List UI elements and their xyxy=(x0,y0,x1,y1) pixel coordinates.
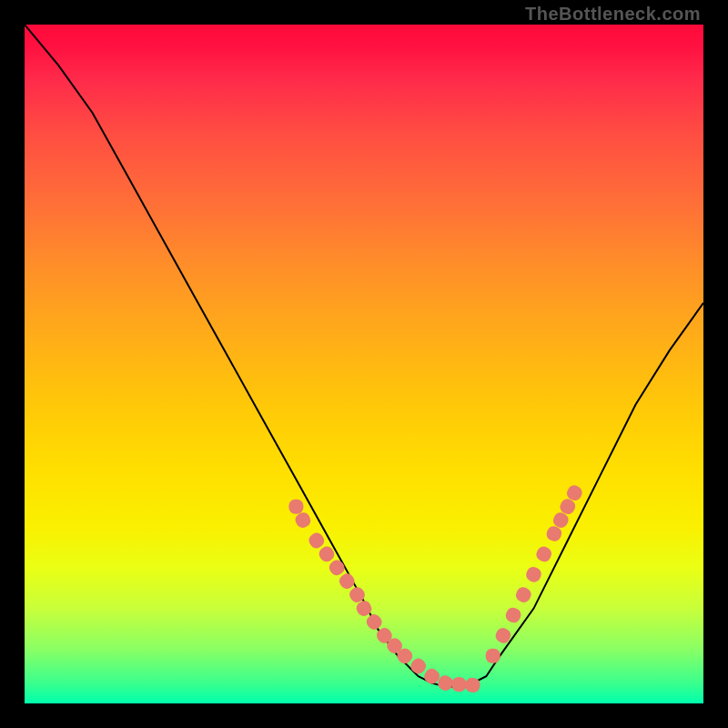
svg-rect-16 xyxy=(465,678,480,693)
marker-cluster-left xyxy=(288,500,480,693)
chart-svg xyxy=(25,25,703,703)
svg-rect-0 xyxy=(288,500,303,514)
svg-rect-20 xyxy=(514,585,533,604)
watermark-text: TheBottleneck.com xyxy=(525,4,701,25)
svg-rect-15 xyxy=(451,676,468,693)
svg-rect-17 xyxy=(486,649,500,663)
chart-container: TheBottleneck.com xyxy=(0,0,728,728)
plot-area xyxy=(25,25,703,703)
svg-rect-21 xyxy=(524,565,543,584)
marker-cluster-right xyxy=(486,483,584,663)
curve-line xyxy=(25,25,703,686)
svg-rect-19 xyxy=(503,605,522,624)
svg-rect-22 xyxy=(534,544,553,563)
